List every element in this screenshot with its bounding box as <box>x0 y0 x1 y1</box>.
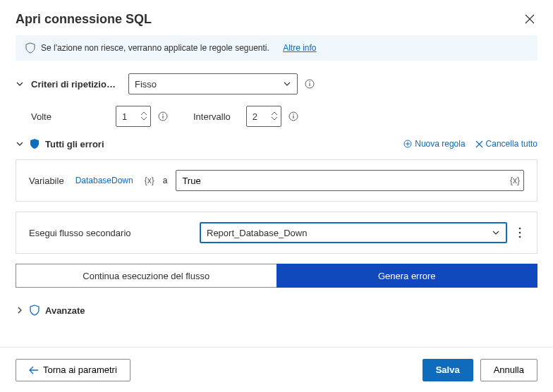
variable-token[interactable]: {x} <box>145 176 154 185</box>
subflow-select[interactable]: Report_Database_Down <box>200 222 507 243</box>
new-rule-button[interactable]: Nuova regola <box>403 139 465 149</box>
errors-title: Tutti gli errori <box>45 139 104 149</box>
assign-separator: a <box>163 176 168 185</box>
chevron-down-icon[interactable] <box>140 116 147 121</box>
times-input[interactable]: 1 <box>116 106 151 127</box>
chevron-down-icon[interactable] <box>271 116 278 121</box>
throw-error-button[interactable]: Genera errore <box>276 264 538 288</box>
shield-icon <box>30 138 40 149</box>
svg-point-11 <box>519 232 521 234</box>
shield-icon <box>30 305 40 316</box>
times-value: 1 <box>122 111 127 122</box>
save-button[interactable]: Salva <box>423 359 473 381</box>
close-icon <box>525 14 535 24</box>
subflow-value: Report_Database_Down <box>207 228 307 238</box>
chevron-down-icon <box>492 228 500 237</box>
plus-icon <box>403 140 412 148</box>
chevron-down-icon <box>283 80 291 88</box>
interval-label: Intervallo <box>193 111 231 122</box>
cancel-button[interactable]: Annulla <box>480 359 537 381</box>
rule-row-variable: Variabile DatabaseDown {x} a {x} <box>16 159 537 202</box>
chevron-right-icon[interactable] <box>16 306 24 314</box>
chevron-up-icon[interactable] <box>140 111 147 116</box>
chevron-down-icon[interactable] <box>16 80 24 88</box>
arrow-left-icon <box>29 366 39 374</box>
variable-chip[interactable]: DatabaseDown <box>73 175 136 186</box>
info-icon[interactable] <box>305 79 315 89</box>
svg-point-7 <box>293 114 294 115</box>
insert-token-button[interactable]: {x} <box>510 176 520 185</box>
new-rule-label: Nuova regola <box>415 139 465 149</box>
times-label: Volte <box>16 111 109 122</box>
interval-value: 2 <box>253 111 257 122</box>
svg-point-4 <box>162 114 164 115</box>
svg-rect-5 <box>162 116 163 118</box>
svg-rect-8 <box>293 116 293 118</box>
continue-execution-button[interactable]: Continua esecuzione del flusso <box>16 264 276 288</box>
subflow-label: Esegui flusso secondario <box>29 228 191 238</box>
svg-rect-2 <box>309 83 310 86</box>
shield-icon <box>25 42 35 54</box>
chevron-down-icon[interactable] <box>16 140 24 148</box>
svg-point-1 <box>309 81 310 82</box>
close-button[interactable] <box>522 11 537 27</box>
rule-row-subflow: Esegui flusso secondario Report_Database… <box>16 212 537 254</box>
dialog-title: Apri connessione SQL <box>16 12 152 27</box>
interval-input[interactable]: 2 <box>246 106 281 127</box>
chevron-up-icon[interactable] <box>271 111 278 116</box>
notice-text: Se l'azione non riesce, verranno applica… <box>41 43 269 53</box>
advanced-label: Avanzate <box>45 305 85 316</box>
svg-point-12 <box>519 236 521 238</box>
more-vertical-icon <box>518 227 521 238</box>
clear-all-button[interactable]: Cancella tutto <box>475 139 537 149</box>
notice-more-link[interactable]: Altre info <box>283 43 316 53</box>
back-label: Torna ai parametri <box>43 365 117 375</box>
retry-criteria-select[interactable]: Fisso <box>128 73 298 94</box>
info-icon[interactable] <box>288 111 298 121</box>
close-icon <box>475 140 483 148</box>
clear-all-label: Cancella tutto <box>486 139 537 149</box>
retry-criteria-value: Fisso <box>135 79 157 90</box>
info-icon[interactable] <box>158 111 168 121</box>
retry-criteria-label: Criteri di ripetizio… <box>31 79 121 90</box>
variable-label: Variabile <box>29 176 64 186</box>
more-button[interactable] <box>516 224 524 241</box>
svg-point-10 <box>519 228 521 230</box>
notice-bar: Se l'azione non riesce, verranno applica… <box>16 35 537 61</box>
variable-value-input[interactable] <box>176 170 524 191</box>
back-button[interactable]: Torna ai parametri <box>16 359 130 381</box>
